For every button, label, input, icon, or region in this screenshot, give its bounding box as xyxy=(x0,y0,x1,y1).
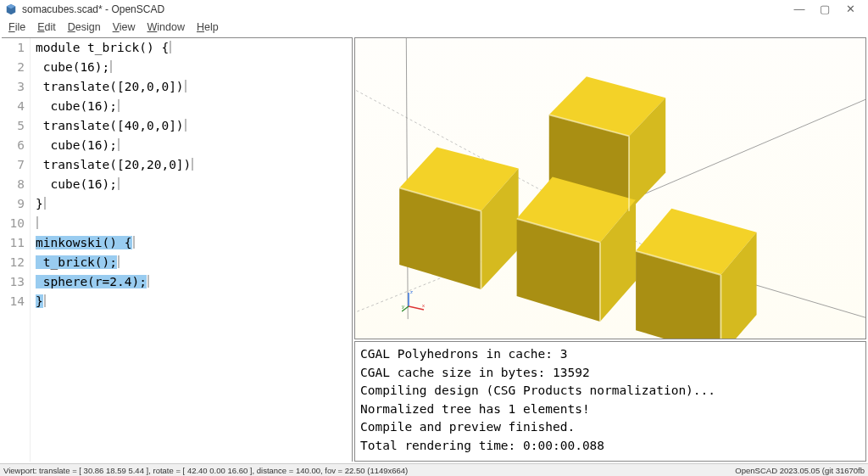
console-line: CGAL Polyhedrons in cache: 3 xyxy=(360,345,860,364)
line-number: 6 xyxy=(2,136,25,155)
maximize-button[interactable]: ▢ xyxy=(812,3,837,15)
code-line[interactable]: } xyxy=(36,194,352,214)
line-number: 1 xyxy=(2,38,25,58)
statusbar: Viewport: translate = [ 30.86 18.59 5.44… xyxy=(0,463,868,476)
code-line[interactable]: cube(16); xyxy=(36,97,352,116)
svg-text:x: x xyxy=(422,303,425,308)
line-end-marker xyxy=(44,197,46,210)
line-number: 14 xyxy=(2,292,25,311)
code-line[interactable]: cube(16); xyxy=(36,136,352,155)
line-number: 9 xyxy=(2,194,25,214)
line-end-marker xyxy=(118,138,120,151)
console-line: Total rendering time: 0:00:00.088 xyxy=(360,437,860,456)
code-line[interactable]: cube(16); xyxy=(36,175,352,194)
line-end-marker xyxy=(36,216,38,229)
model-cube xyxy=(636,209,756,339)
line-number: 12 xyxy=(2,253,25,272)
console-output[interactable]: CGAL Polyhedrons in cache: 3CGAL cache s… xyxy=(354,341,866,462)
code-area[interactable]: module t_brick() { cube(16); translate([… xyxy=(31,38,352,462)
code-line[interactable]: t_brick(); xyxy=(36,253,352,272)
status-left: Viewport: translate = [ 30.86 18.59 5.44… xyxy=(3,466,408,475)
code-line[interactable]: sphere(r=2.4); xyxy=(36,272,352,292)
line-end-marker xyxy=(44,294,46,307)
status-right: OpenSCAD 2023.05.05 (git 31670fb xyxy=(735,466,865,475)
line-end-marker xyxy=(185,80,186,92)
line-end-marker xyxy=(192,158,193,171)
code-editor[interactable]: 1234567891011121314 module t_brick() { c… xyxy=(2,37,353,462)
line-end-marker xyxy=(118,177,120,190)
code-line[interactable]: cube(16); xyxy=(36,58,352,77)
line-end-marker xyxy=(118,99,120,112)
window-title: somacubes.scad* - OpenSCAD xyxy=(22,3,164,15)
console-line: Normalized tree has 1 elements! xyxy=(360,400,860,419)
close-button[interactable]: ✕ xyxy=(837,3,863,15)
code-line[interactable]: minkowski() { xyxy=(36,233,352,253)
line-number: 4 xyxy=(2,97,25,116)
line-end-marker xyxy=(170,41,171,53)
menu-edit[interactable]: Edit xyxy=(32,20,61,34)
menu-view[interactable]: View xyxy=(108,20,141,34)
menu-file[interactable]: File xyxy=(3,20,31,34)
console-line: CGAL cache size in bytes: 13592 xyxy=(360,364,860,383)
line-end-marker xyxy=(118,255,120,268)
line-end-marker xyxy=(185,119,186,132)
line-number: 3 xyxy=(2,77,25,97)
console-line: Compiling design (CSG Products normaliza… xyxy=(360,382,860,400)
code-line[interactable]: translate([20,0,0]) xyxy=(36,77,352,97)
rendered-model xyxy=(355,38,865,339)
model-viewport[interactable]: z x y xyxy=(354,37,866,339)
minimize-button[interactable]: — xyxy=(787,3,812,15)
code-line[interactable] xyxy=(36,214,352,233)
model-cube xyxy=(399,147,518,289)
axis-gizmo: z x y xyxy=(402,288,427,313)
code-line[interactable]: module t_brick() { xyxy=(36,38,352,58)
line-number: 2 xyxy=(2,58,25,77)
line-number: 5 xyxy=(2,116,25,136)
line-end-marker xyxy=(147,275,149,288)
svg-text:z: z xyxy=(410,289,413,294)
menu-help[interactable]: Help xyxy=(192,20,224,34)
code-line[interactable]: translate([20,20,0]) xyxy=(36,155,352,175)
code-line[interactable]: } xyxy=(36,292,352,311)
menubar: File Edit Design View Window Help xyxy=(0,19,868,36)
app-icon xyxy=(5,3,17,15)
line-end-marker xyxy=(133,236,135,249)
line-number: 8 xyxy=(2,175,25,194)
svg-line-6 xyxy=(406,38,408,319)
line-end-marker xyxy=(110,60,112,73)
main-area: 1234567891011121314 module t_brick() { c… xyxy=(0,36,868,463)
line-number: 10 xyxy=(2,214,25,233)
titlebar: somacubes.scad* - OpenSCAD — ▢ ✕ xyxy=(0,0,868,19)
line-number: 13 xyxy=(2,272,25,292)
console-line: Compile and preview finished. xyxy=(360,418,860,437)
line-number-gutter: 1234567891011121314 xyxy=(2,38,31,462)
menu-window[interactable]: Window xyxy=(142,20,190,34)
svg-text:y: y xyxy=(402,304,404,309)
line-number: 11 xyxy=(2,233,25,253)
line-number: 7 xyxy=(2,155,25,175)
code-line[interactable]: translate([40,0,0]) xyxy=(36,116,352,136)
menu-design[interactable]: Design xyxy=(63,20,106,34)
